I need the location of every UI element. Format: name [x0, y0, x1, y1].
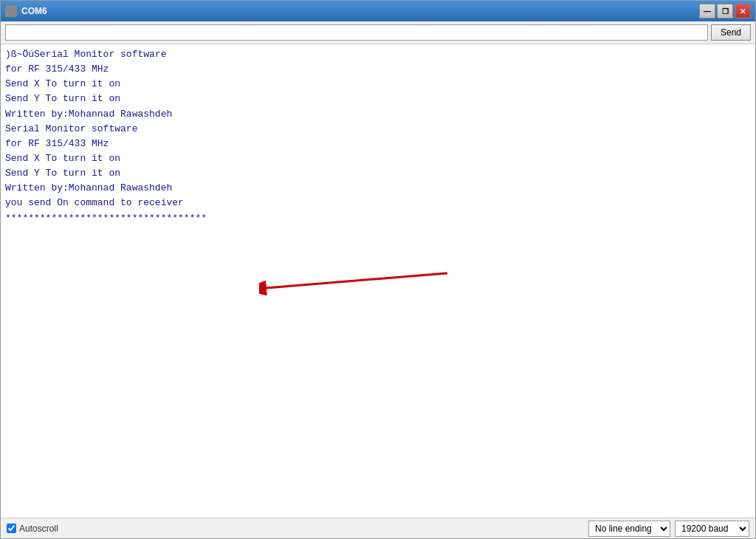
window-icon [5, 5, 17, 17]
autoscroll-label: Autoscroll [19, 523, 58, 534]
maximize-button[interactable]: ❐ [717, 4, 733, 18]
autoscroll-checkbox[interactable] [7, 523, 16, 533]
baud-rate-select[interactable]: 300 baud 1200 baud 2400 baud 4800 baud 9… [675, 521, 749, 537]
svg-line-1 [267, 273, 447, 288]
line-ending-select[interactable]: No line ending Newline Carriage return B… [588, 521, 670, 537]
annotation-arrow [259, 258, 451, 303]
statusbar-right: No line ending Newline Carriage return B… [588, 521, 749, 537]
title-bar: COM6 — ❐ ✕ [1, 1, 755, 21]
minimize-button[interactable]: — [699, 4, 715, 18]
title-bar-title: COM6 [5, 5, 47, 17]
close-button[interactable]: ✕ [735, 4, 751, 18]
main-window: COM6 — ❐ ✕ Send )ß~ÖúSerial Monitor soft… [0, 0, 756, 539]
statusbar: Autoscroll No line ending Newline Carria… [1, 518, 755, 538]
terminal-area: )ß~ÖúSerial Monitor software for RF 315/… [1, 44, 755, 518]
window-title: COM6 [21, 6, 47, 16]
toolbar: Send [1, 21, 755, 44]
autoscroll-area: Autoscroll [7, 523, 58, 534]
terminal-output: )ß~ÖúSerial Monitor software for RF 315/… [5, 47, 751, 226]
send-input[interactable] [5, 24, 708, 41]
send-button[interactable]: Send [711, 24, 751, 41]
title-bar-controls: — ❐ ✕ [699, 4, 751, 18]
